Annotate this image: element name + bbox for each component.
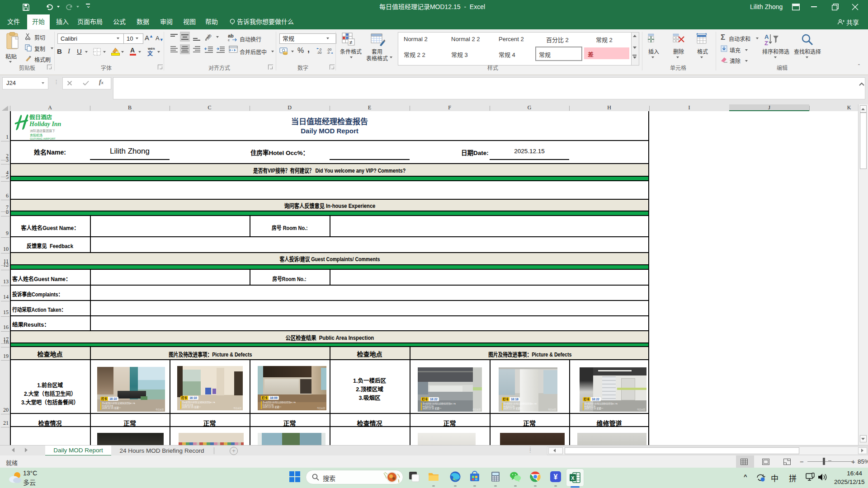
svg-text:Z: Z xyxy=(764,40,768,47)
svg-text:≠: ≠ xyxy=(349,39,353,46)
svg-text:.00: .00 xyxy=(317,51,321,54)
svg-text:¥: ¥ xyxy=(554,473,558,481)
svg-text:Holiday Inn: Holiday Inn xyxy=(29,121,61,127)
svg-text:A: A xyxy=(764,33,769,40)
svg-text:c: c xyxy=(228,38,230,42)
svg-text:洲际酒店集团旗下: 洲际酒店集团旗下 xyxy=(30,129,55,133)
svg-text:X: X xyxy=(571,475,575,481)
svg-text:假日酒店: 假日酒店 xyxy=(29,114,52,121)
svg-text:GUIYANG AIRPORT: GUIYANG AIRPORT xyxy=(30,137,56,140)
svg-text:.0: .0 xyxy=(327,51,330,54)
